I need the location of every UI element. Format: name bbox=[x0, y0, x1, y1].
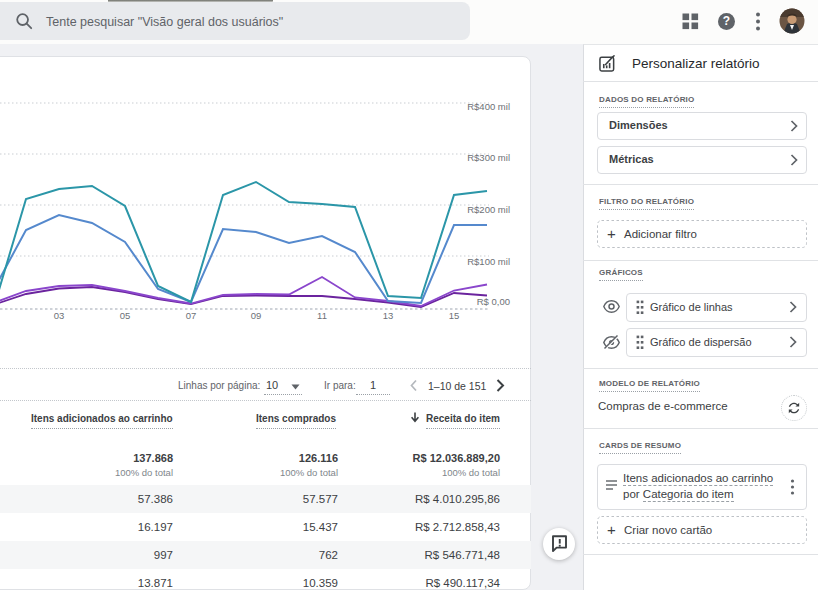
svg-text:R$ 0,00: R$ 0,00 bbox=[477, 296, 510, 307]
svg-text:15: 15 bbox=[449, 310, 460, 321]
svg-text:R$200 mil: R$200 mil bbox=[467, 204, 510, 215]
svg-text:05: 05 bbox=[120, 310, 131, 321]
svg-text:R$400 mil: R$400 mil bbox=[467, 101, 510, 112]
svg-text:13: 13 bbox=[383, 310, 394, 321]
svg-text:03: 03 bbox=[54, 310, 65, 321]
svg-text:07: 07 bbox=[186, 310, 197, 321]
svg-text:11: 11 bbox=[317, 310, 327, 321]
svg-text:R$300 mil: R$300 mil bbox=[467, 152, 510, 163]
svg-text:R$100 mil: R$100 mil bbox=[467, 256, 510, 267]
svg-text:09: 09 bbox=[251, 310, 262, 321]
